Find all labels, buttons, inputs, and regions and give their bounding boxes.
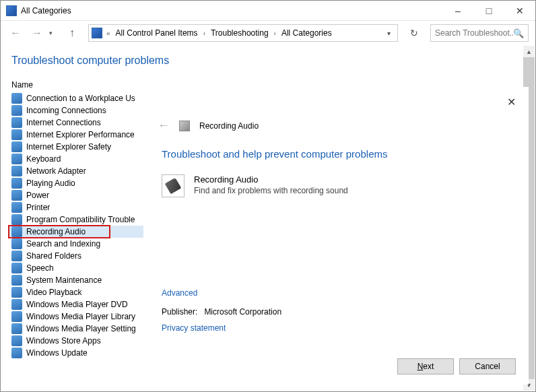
wizard-body: Troubleshoot and help prevent computer p… <box>162 148 510 197</box>
list-item[interactable]: Windows Media Player Setting <box>9 323 143 335</box>
list-item[interactable]: Playing Audio <box>9 177 143 189</box>
troubleshooter-icon <box>11 226 22 237</box>
publisher-line: Publisher:Microsoft Corporation <box>162 307 281 317</box>
troubleshooter-icon <box>11 238 22 249</box>
list-item[interactable]: Program Compatibility Trouble <box>9 214 143 226</box>
list-item-label: Shared Folders <box>26 251 81 261</box>
list-item[interactable]: Incoming Connections <box>9 104 143 117</box>
list-item[interactable]: System Maintenance <box>9 274 143 286</box>
content-area: Troubleshoot computer problems Name <box>1 45 535 92</box>
list-item[interactable]: Search and Indexing <box>9 238 143 250</box>
list-item-label: Internet Connections <box>26 118 101 127</box>
list-item-label: Windows Media Player Setting <box>26 324 136 333</box>
troubleshooter-icon <box>11 299 22 310</box>
list-item[interactable]: Windows Media Player DVD <box>9 298 143 311</box>
search-input[interactable] <box>435 28 513 38</box>
wizard-item-title: Recording Audio <box>194 174 348 185</box>
list-item-label: Video Playback <box>26 288 82 297</box>
address-dropdown[interactable]: ▾ <box>383 30 395 37</box>
forward-button[interactable]: → <box>28 24 46 42</box>
control-panel-icon <box>6 5 17 16</box>
scroll-up-icon[interactable]: ▲ <box>523 46 535 57</box>
list-item-label: Recording Audio <box>26 227 86 236</box>
minimize-button[interactable]: – <box>442 1 473 21</box>
up-button[interactable]: ↑ <box>64 25 80 41</box>
wizard-title: Recording Audio <box>199 121 259 131</box>
list-item[interactable]: Windows Store Apps <box>9 335 143 347</box>
troubleshooter-icon <box>11 323 22 334</box>
list-item-label: Windows Store Apps <box>26 336 101 346</box>
list-item-label: Printer <box>26 203 50 212</box>
page-heading: Troubleshoot computer problems <box>11 55 525 67</box>
microphone-icon <box>162 174 185 197</box>
wizard-links: Advanced Publisher:Microsoft Corporation… <box>162 288 281 333</box>
troubleshooter-icon <box>11 166 22 176</box>
refresh-button[interactable]: ↻ <box>405 24 424 42</box>
troubleshooter-icon <box>11 154 22 164</box>
list-item-label: Internet Explorer Performance <box>26 130 135 139</box>
troubleshooter-list: Connection to a Workplace UsIncoming Con… <box>9 92 143 359</box>
advanced-link[interactable]: Advanced <box>162 288 281 298</box>
wizard-item[interactable]: Recording Audio Find and fix problems wi… <box>162 174 510 197</box>
troubleshooter-icon <box>11 105 22 116</box>
list-item-label: Windows Media Player Library <box>26 312 135 321</box>
title-bar: All Categories – □ ✕ <box>1 1 535 21</box>
next-button[interactable]: Next <box>397 358 454 374</box>
list-item[interactable]: Network Adapter <box>9 165 143 177</box>
list-item[interactable]: Internet Explorer Safety <box>9 141 143 153</box>
wizard-back-button[interactable]: ← <box>158 119 170 133</box>
troubleshooter-icon <box>11 287 22 298</box>
list-item-label: Power <box>26 191 49 200</box>
list-item-label: Windows Update <box>26 348 88 358</box>
troubleshooter-icon <box>11 214 22 225</box>
list-item[interactable]: Speech <box>9 262 143 274</box>
list-item-label: Keyboard <box>26 154 61 164</box>
privacy-link[interactable]: Privacy statement <box>162 323 281 333</box>
list-item[interactable]: Printer <box>9 201 143 214</box>
list-item-label: Windows Media Player DVD <box>26 300 128 309</box>
troubleshooter-icon <box>11 190 22 201</box>
history-dropdown[interactable]: ▾ <box>49 30 59 36</box>
list-item-label: System Maintenance <box>26 275 102 285</box>
list-item[interactable]: Video Playback <box>9 286 143 298</box>
troubleshooter-icon <box>11 93 22 104</box>
maximize-button[interactable]: □ <box>473 1 504 21</box>
overflow-chevron-icon[interactable]: « <box>104 30 113 37</box>
list-item-label: Connection to a Workplace Us <box>26 94 135 103</box>
list-item[interactable]: Windows Media Player Library <box>9 311 143 323</box>
list-item-label: Search and Indexing <box>26 239 100 249</box>
breadcrumb-seg-3[interactable]: All Categories <box>280 28 333 38</box>
back-button[interactable]: ← <box>6 24 25 42</box>
wizard-dialog: ✕ ← Recording Audio Troubleshoot and hel… <box>143 87 529 385</box>
window-title: All Categories <box>21 6 71 15</box>
wizard-close-button[interactable]: ✕ <box>507 96 516 108</box>
publisher-value: Microsoft Corporation <box>204 307 281 317</box>
list-item[interactable]: Internet Explorer Performance <box>9 129 143 141</box>
list-item[interactable]: Internet Connections <box>9 117 143 129</box>
list-item-label: Playing Audio <box>26 178 75 188</box>
list-item-label: Incoming Connections <box>26 106 106 115</box>
troubleshooter-icon <box>11 117 22 128</box>
troubleshooter-icon <box>11 129 22 140</box>
search-box[interactable]: 🔍 <box>430 24 529 42</box>
list-item[interactable]: Connection to a Workplace Us <box>9 92 143 104</box>
troubleshooter-icon <box>179 121 190 131</box>
address-bar[interactable]: « All Control Panel Items › Troubleshoot… <box>88 24 398 42</box>
search-icon[interactable]: 🔍 <box>513 28 524 38</box>
list-item[interactable]: Keyboard <box>9 153 143 165</box>
window-controls: – □ ✕ <box>442 1 535 21</box>
cancel-button[interactable]: Cancel <box>459 358 516 374</box>
close-button[interactable]: ✕ <box>504 1 535 21</box>
list-item-label: Internet Explorer Safety <box>26 142 111 152</box>
troubleshooter-icon <box>11 178 22 189</box>
breadcrumb-seg-1[interactable]: All Control Panel Items <box>114 28 199 38</box>
wizard-buttons: Next Cancel <box>397 358 516 374</box>
list-item[interactable]: Windows Update <box>9 347 143 359</box>
wizard-nav: ← Recording Audio <box>158 119 259 133</box>
control-panel-icon <box>92 28 102 38</box>
breadcrumb-seg-2[interactable]: Troubleshooting <box>209 28 270 38</box>
list-item[interactable]: Power <box>9 189 143 201</box>
list-item[interactable]: Shared Folders <box>9 250 143 262</box>
list-item[interactable]: Recording Audio <box>9 226 143 238</box>
chevron-right-icon: › <box>201 30 208 37</box>
